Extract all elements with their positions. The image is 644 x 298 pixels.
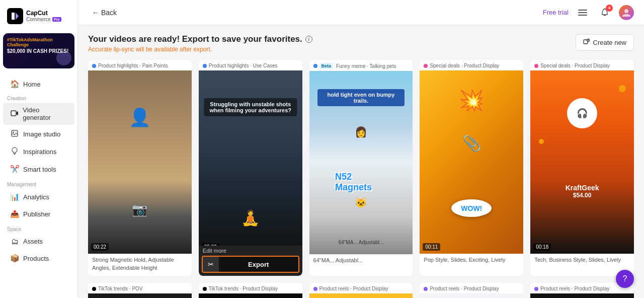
video-card-7[interactable]: TikTok trends · Product Display KraftGee… (199, 283, 302, 298)
tag-dot-blue-2 (203, 64, 207, 68)
management-label: Management (0, 178, 77, 188)
header-left: ← Back (88, 7, 121, 19)
video-desc-3: 64"MA... Adjustabl... (309, 254, 413, 268)
sidebar-item-publisher[interactable]: 📤 Publisher (3, 206, 74, 222)
sidebar-label-analytics: Analytics (23, 193, 49, 201)
video-tag-3: Beta Funny meme · Talking pets (309, 60, 413, 71)
page-title: Your videos are ready! Export to save yo… (88, 34, 312, 44)
svg-rect-0 (11, 111, 16, 116)
assets-icon: 🗂 (10, 237, 19, 246)
thumb-duration-1: 00:22 (91, 243, 109, 251)
main-area: ← Back Free trial 4 Your videos are read… (78, 0, 644, 298)
thumb-duration-4: 00:11 (423, 243, 440, 251)
thumb-7: KraftGeek (199, 293, 302, 298)
video-tag-7: TikTok trends · Product Display (199, 283, 302, 293)
export-actions: ✂ Export (202, 256, 299, 273)
black-friday-promo[interactable]: #TikTokAdsMarathon Challenge $20,000 IN … (3, 33, 74, 68)
tag-dot-tiktok-7 (203, 287, 207, 291)
notification-button[interactable]: 4 (597, 5, 613, 21)
beta-badge: Beta (319, 63, 334, 69)
header-right: Free trial 4 (543, 5, 634, 21)
sidebar-item-home[interactable]: 🏠 Home (3, 76, 74, 92)
sidebar-label-smart-tools: Smart tools (23, 166, 56, 173)
thumb-duration-5: 00:18 (533, 243, 551, 251)
analytics-icon: 📊 (10, 192, 19, 201)
tag-dot-pink-5 (534, 64, 538, 68)
sidebar-item-analytics[interactable]: 📊 Analytics (3, 189, 74, 205)
thumb-3: hold tight even on bumpy trails. 👩 N52 M… (309, 71, 413, 254)
sidebar-label-image-studio: Image studio (23, 130, 60, 138)
creation-label: Creation (0, 93, 77, 102)
logo-badge: Pro (52, 17, 61, 22)
thumb-5: 🎧 KraftGeek $54.00 00:18 (530, 70, 634, 254)
notification-badge: 4 (606, 5, 613, 12)
thumb-4: 💥 📎 WOW! 00:11 (420, 70, 523, 254)
publisher-icon: 📤 (10, 209, 19, 218)
video-desc-1: Strong Magnetic Hold, Adjustable Angles,… (88, 254, 192, 276)
back-arrow-icon: ← (92, 9, 99, 17)
video-card-5[interactable]: Special deals · Product Display 🎧 KraftG… (530, 60, 634, 276)
thumb-8: 🔶 KraftGeek (309, 293, 413, 298)
sidebar-label-home: Home (23, 81, 41, 88)
logo: CapCut Commerce Pro (0, 0, 77, 30)
svg-rect-6 (578, 12, 587, 13)
video-card-8[interactable]: Product reels · Product Display 🔶 KraftG… (309, 283, 413, 298)
video-tag-6: TikTok trends · POV (88, 283, 192, 293)
logo-text: CapCut Commerce Pro (26, 10, 61, 22)
content-header: Your videos are ready! Export to save yo… (88, 34, 634, 53)
sidebar-item-inspirations[interactable]: Inspirations (3, 143, 74, 160)
sidebar-label-assets: Assets (23, 238, 43, 245)
export-button[interactable]: Export (219, 257, 298, 272)
video-desc-5: Tech, Business Style, Slides, Lively (530, 254, 634, 268)
back-label: Back (101, 9, 117, 17)
sidebar-item-products[interactable]: 📦 Products (3, 250, 74, 266)
page-info: Your videos are ready! Export to save yo… (88, 34, 312, 53)
home-icon: 🏠 (10, 80, 19, 89)
page-subtitle: Accurate lip-sync will be available afte… (88, 46, 312, 53)
sidebar-item-assets[interactable]: 🗂 Assets (3, 234, 74, 249)
thumb-10 (530, 293, 634, 298)
video-card-2[interactable]: Product highlights · Use Cases Strugglin… (199, 60, 302, 276)
back-button[interactable]: ← Back (88, 7, 121, 19)
free-trial-button[interactable]: Free trial (543, 9, 569, 16)
tag-dot-blue (92, 64, 96, 68)
video-tag-9: Product reels · Product Display (420, 283, 523, 293)
header: ← Back Free trial 4 (78, 0, 644, 25)
inspirations-icon (10, 147, 19, 157)
sidebar-item-image-studio[interactable]: Image studio (3, 126, 74, 142)
edit-more-label: Edit more (199, 246, 302, 256)
info-icon[interactable]: i (305, 36, 312, 43)
scissors-button[interactable]: ✂ (203, 257, 219, 272)
video-tag-5: Special deals · Product Display (530, 60, 634, 70)
svg-rect-7 (578, 15, 587, 16)
smart-tools-icon: ✂️ (10, 165, 19, 174)
video-card-1[interactable]: Product highlights · Pain Points 👤 📷 00:… (88, 60, 192, 276)
create-new-icon (583, 38, 590, 47)
thumb-9: KraftGeek (420, 293, 523, 298)
sidebar-item-video-generator[interactable]: Video generator (3, 103, 74, 125)
tag-dot-blue-3 (313, 64, 317, 68)
thumb-2: Struggling with unstable shots when film… (199, 70, 302, 254)
tag-dot-purple-10 (534, 287, 538, 291)
video-tag-2: Product highlights · Use Cases (199, 60, 302, 70)
video-grid-row2: TikTok trends · POV OKAY, REAL TALK — EV… (88, 283, 634, 298)
video-card-4[interactable]: Special deals · Product Display 💥 📎 WOW!… (420, 60, 523, 276)
video-card-9[interactable]: Product reels · Product Display KraftGee… (420, 283, 523, 298)
create-new-button[interactable]: Create new (576, 34, 634, 51)
video-card-3[interactable]: Beta Funny meme · Talking pets hold tigh… (309, 60, 413, 276)
svg-rect-5 (578, 10, 587, 11)
video-generator-icon (10, 109, 19, 119)
thumb-6: OKAY, REAL TALK — EVER (88, 293, 192, 298)
tag-dot-tiktok-6 (92, 287, 96, 291)
create-new-label: Create new (593, 39, 626, 46)
svg-point-8 (624, 9, 628, 13)
sidebar-item-smart-tools[interactable]: ✂️ Smart tools (3, 161, 74, 177)
video-card-6[interactable]: TikTok trends · POV OKAY, REAL TALK — EV… (88, 283, 192, 298)
avatar[interactable] (619, 5, 634, 20)
tag-dot-pink-4 (424, 64, 428, 68)
image-studio-icon (10, 129, 19, 139)
bf-title: $20,000 IN CASH PRIZES! (7, 48, 70, 54)
menu-icon-button[interactable] (575, 5, 591, 21)
video-tag-8: Product reels · Product Display (309, 283, 413, 293)
help-button[interactable]: ? (616, 270, 634, 288)
